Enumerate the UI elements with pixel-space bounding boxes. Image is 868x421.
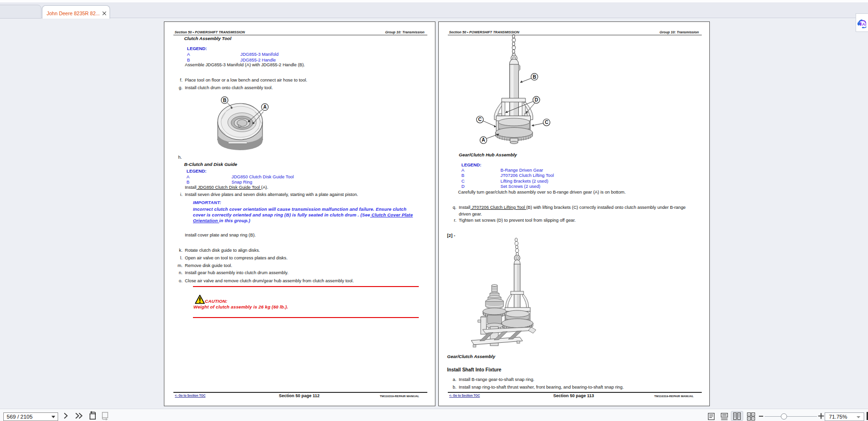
svg-text:B: B <box>223 98 226 103</box>
svg-text:D: D <box>535 97 538 103</box>
svg-text:C: C <box>478 117 482 122</box>
svg-text:B: B <box>533 74 536 80</box>
svg-text:C: C <box>545 120 548 125</box>
svg-text:AI: AI <box>862 22 867 27</box>
svg-text:A: A <box>482 137 485 143</box>
svg-text:A: A <box>263 104 266 110</box>
